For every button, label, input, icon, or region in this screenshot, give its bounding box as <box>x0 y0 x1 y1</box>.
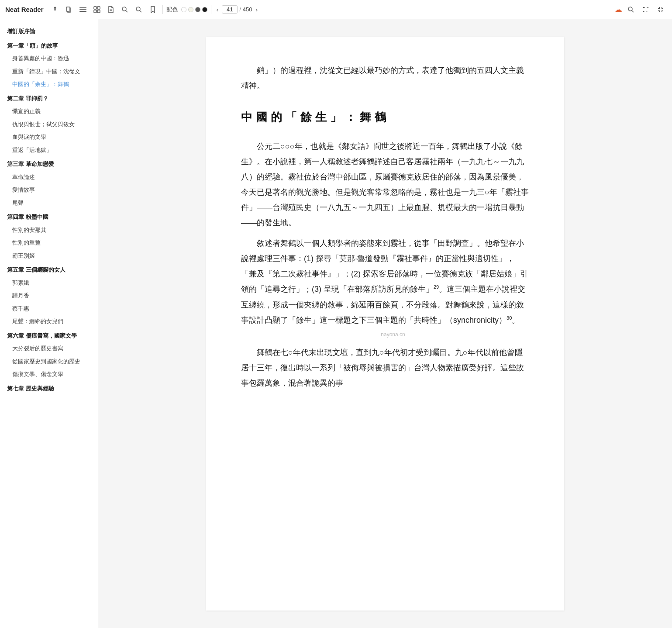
sidebar-item-preface[interactable]: 增訂版序論 <box>0 24 98 38</box>
sidebar-item-ch5[interactable]: 第五章 三個纏腳的女人 <box>0 262 98 276</box>
weibo-icon[interactable]: ☁ <box>614 5 622 14</box>
svg-rect-6 <box>97 7 100 9</box>
sidebar-item-ch2-4[interactable]: 重返「活地獄」 <box>0 144 98 157</box>
sidebar-item-ch5-3[interactable]: 蔡千惠 <box>0 302 98 315</box>
sidebar-item-ch5-2[interactable]: 謹月香 <box>0 289 98 302</box>
sidebar-item-ch1[interactable]: 第一章「頭」的故事 <box>0 38 98 52</box>
sidebar-item-ch3[interactable]: 第三章 革命加戀愛 <box>0 156 98 171</box>
sidebar-item-ch6-1[interactable]: 大分裂后的歷史書寫 <box>0 342 98 355</box>
svg-rect-3 <box>79 9 86 10</box>
svg-rect-1 <box>66 7 70 11</box>
collapse-button[interactable] <box>655 3 667 16</box>
svg-line-16 <box>632 10 634 12</box>
svg-line-12 <box>126 10 128 12</box>
svg-rect-7 <box>94 10 96 13</box>
prev-page-button[interactable]: ‹ <box>215 5 221 14</box>
sidebar-item-ch1-2[interactable]: 重新「鐘現」中國：沈從文 <box>0 65 98 78</box>
sidebar-item-ch5-4[interactable]: 尾聲：纏綁的女兒們 <box>0 315 98 328</box>
page-content: 銷」）的過程裡，沈從文已經以最巧妙的方式，表達了他獨到的五四人文主義精神。 中國… <box>206 37 564 611</box>
svg-point-11 <box>122 7 126 11</box>
section-heading: 中國的「餘生」：舞鶴 <box>241 107 529 128</box>
paragraph-2: 敘述者舞鶴以一個人類學者的姿態來到霧社，從事「田野調查」。他希望在小說裡處理三件… <box>241 236 529 340</box>
sidebar-item-ch4-2[interactable]: 性別的重整 <box>0 236 98 249</box>
svg-rect-2 <box>79 7 86 8</box>
svg-point-15 <box>628 7 632 11</box>
color-dot-white[interactable] <box>181 7 186 12</box>
svg-rect-5 <box>94 7 96 9</box>
svg-rect-8 <box>97 10 100 13</box>
svg-line-14 <box>140 10 141 12</box>
page-navigation: ‹ / 450 › <box>215 5 260 14</box>
sidebar-item-ch2[interactable]: 第二章 罪抑罰？ <box>0 91 98 105</box>
color-label: 配色 <box>166 6 178 14</box>
page-separator: / <box>239 6 241 13</box>
svg-point-13 <box>136 7 140 11</box>
expand-button[interactable] <box>640 3 652 16</box>
color-dot-darkgray[interactable] <box>195 7 200 12</box>
page-total: 450 <box>243 6 252 13</box>
paragraph-3: 舞鶴在七○年代末出現文壇，直到九○年代初才受到矚目。九○年代以前他曾隱居十三年，… <box>241 345 529 391</box>
sidebar-item-ch2-3[interactable]: 血與淚的文學 <box>0 131 98 144</box>
sidebar-item-ch3-1[interactable]: 革命論述 <box>0 171 98 184</box>
main-layout: 增訂版序論 第一章「頭」的故事 身首異處的中國：魯迅 重新「鐘現」中國：沈從文 … <box>0 19 672 628</box>
sidebar-item-ch3-2[interactable]: 愛情故事 <box>0 183 98 197</box>
app-title: Neat Reader <box>5 6 44 13</box>
next-page-button[interactable]: › <box>254 5 260 14</box>
sidebar-item-ch6-2[interactable]: 從國家歷史到國家化的歷史 <box>0 355 98 368</box>
color-dot-dark[interactable] <box>202 7 207 12</box>
page-input[interactable] <box>222 5 238 14</box>
content-area: 銷」）的過程裡，沈從文已經以最巧妙的方式，表達了他獨到的五四人文主義精神。 中國… <box>98 19 672 628</box>
doc-button[interactable] <box>105 3 117 16</box>
color-options <box>181 7 207 12</box>
search2-button[interactable] <box>133 3 145 16</box>
color-dot-cream[interactable] <box>188 7 193 12</box>
sidebar-item-ch4-1[interactable]: 性別的安那其 <box>0 224 98 237</box>
sidebar-item-ch1-1[interactable]: 身首異處的中國：魯迅 <box>0 52 98 65</box>
sidebar-item-ch6-3[interactable]: 傷痕文學、傷念文學 <box>0 368 98 381</box>
sidebar-item-ch4[interactable]: 第四章 粉墨中國 <box>0 209 98 224</box>
main-toolbar: Neat Reader 配色 ‹ / 450 › ☁ <box>0 0 672 19</box>
grid-button[interactable] <box>91 3 103 16</box>
upload-button[interactable] <box>49 3 61 16</box>
intro-paragraph: 銷」）的過程裡，沈從文已經以最巧妙的方式，表達了他獨到的五四人文主義精神。 <box>241 63 529 93</box>
sidebar-item-ch3-3[interactable]: 尾聲 <box>0 197 98 210</box>
paragraph-1: 公元二○○○年，也就是《鄰女語》問世之後將近一百年，舞鶴出版了小說《餘生》。在小… <box>241 139 529 231</box>
sidebar-item-ch2-2[interactable]: 仇恨與恨世；弒父與殺女 <box>0 118 98 131</box>
divider-2 <box>211 5 211 14</box>
search-button[interactable] <box>119 3 131 16</box>
svg-rect-4 <box>79 11 86 12</box>
bookmark-button[interactable] <box>147 3 159 16</box>
sidebar-item-ch1-3[interactable]: 中國的「余生」：舞鶴 <box>0 78 98 91</box>
sidebar-item-ch4-3[interactable]: 霸王別姬 <box>0 249 98 262</box>
toolbar-right-icons: ☁ <box>614 3 667 16</box>
sidebar-item-ch7[interactable]: 第七章 歷史與經驗 <box>0 381 98 395</box>
copy-button[interactable] <box>63 3 75 16</box>
sidebar-item-ch6[interactable]: 第六章 傷痕書寫，國家文學 <box>0 328 98 342</box>
sidebar-item-ch2-1[interactable]: 懺宣的正義 <box>0 105 98 118</box>
sidebar-item-ch5-1[interactable]: 郭素娥 <box>0 276 98 290</box>
divider-1 <box>162 5 163 14</box>
menu-button[interactable] <box>77 3 89 16</box>
search-right-button[interactable] <box>625 3 637 16</box>
watermark: nayona.cn <box>241 330 529 340</box>
sidebar: 增訂版序論 第一章「頭」的故事 身首異處的中國：魯迅 重新「鐘現」中國：沈從文 … <box>0 19 98 628</box>
